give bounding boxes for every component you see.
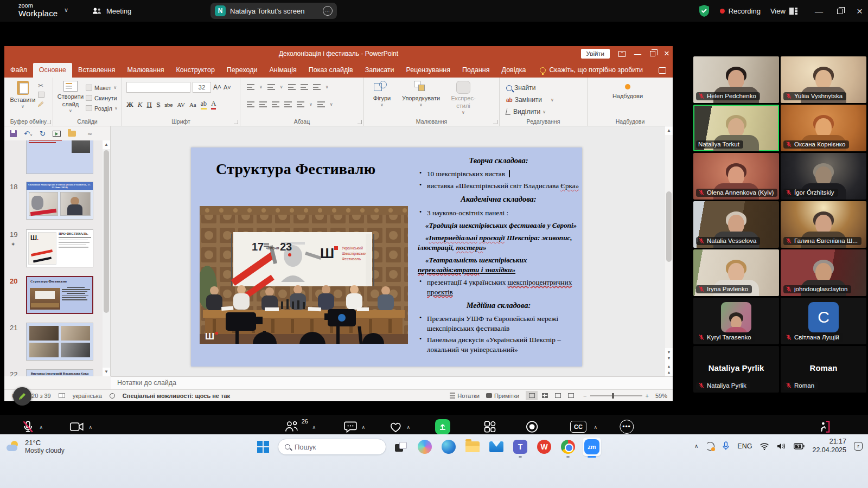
font-name-box[interactable] — [126, 82, 190, 93]
dialog-launcher-icon[interactable] — [358, 120, 362, 124]
tell-me-assistant[interactable]: Скажіть, що потрібно зробити — [540, 66, 643, 78]
reset-button[interactable]: Скинути — [86, 93, 118, 103]
language-switcher[interactable]: ENG — [737, 442, 752, 450]
volume-icon[interactable] — [777, 442, 786, 450]
participant-tile[interactable]: Nataliya PyrlikNataliya Pyrlik — [693, 346, 779, 393]
justify-button[interactable] — [284, 101, 292, 107]
press-conference-photo[interactable]: 17 ЧЕРВНЯ 23 Ш Український Шекспірівськи… — [200, 206, 408, 344]
accessibility-status[interactable]: Спеціальні можливості: щось не так — [123, 393, 230, 399]
zoom-app-button[interactable]: zm — [583, 438, 601, 456]
minimize-button[interactable]: — — [815, 7, 823, 15]
normal-view-button[interactable] — [526, 391, 538, 400]
save-icon[interactable] — [10, 130, 17, 137]
file-explorer-button[interactable] — [463, 438, 482, 456]
participant-tile[interactable]: Helen Pedchenko — [693, 56, 779, 103]
slideshow-button[interactable] — [565, 391, 577, 400]
security-shield-icon[interactable] — [698, 4, 710, 17]
hidden-icons-chevron[interactable]: ∧ — [694, 443, 698, 449]
copilot-button[interactable] — [416, 438, 434, 456]
customize-qat-icon[interactable]: ≂ — [87, 130, 92, 137]
line-spacing-button[interactable] — [313, 84, 321, 90]
character-spacing-button[interactable]: AV — [177, 101, 184, 108]
clipboard-small-buttons[interactable]: ✂🖉 — [38, 82, 44, 107]
participant-tile[interactable]: Yuliia Vyshnytska — [781, 56, 866, 103]
text-direction-button[interactable] — [317, 101, 325, 107]
participant-tile[interactable]: RomanRoman — [781, 346, 866, 393]
participant-tile[interactable]: CСвітлана Лущій — [781, 298, 866, 344]
align-left-button[interactable] — [247, 101, 254, 107]
open-folder-icon[interactable] — [68, 131, 76, 137]
ppt-tab-1[interactable]: Основне — [33, 63, 72, 78]
strikethrough-button[interactable]: abe — [164, 101, 173, 108]
task-view-button[interactable] — [392, 438, 410, 456]
wifi-icon[interactable] — [760, 442, 769, 450]
indent-increase-button[interactable] — [301, 84, 308, 90]
undo-icon[interactable]: ↶∨ — [24, 130, 33, 138]
align-right-button[interactable] — [272, 101, 279, 107]
ppt-tab-8[interactable]: Записати — [359, 63, 400, 78]
thumbnail-slide-21[interactable]: 21 — [4, 323, 103, 366]
annotation-pencil-button[interactable] — [13, 387, 31, 406]
bullets-button[interactable] — [247, 84, 254, 90]
thumbnail-scrollbar[interactable]: ▲ ▼ — [103, 140, 110, 376]
thumbnail-slide-19[interactable]: 19 ✶ Ш. ПРО ФЕСТИВАЛЬ. — [4, 229, 103, 273]
ppt-tab-3[interactable]: Малювання — [121, 63, 170, 78]
notification-bell-icon[interactable]: z — [854, 442, 863, 451]
mail-button[interactable] — [487, 438, 506, 456]
start-button[interactable] — [254, 438, 272, 456]
thumbnail-slide-22[interactable]: 22 Виставка ілюстрацій Владислава Єрка — [4, 369, 103, 376]
teams-button[interactable]: T — [511, 438, 529, 456]
ppt-minimize-button[interactable]: — — [634, 50, 641, 58]
edge-button[interactable] — [439, 438, 458, 456]
align-center-button[interactable] — [259, 101, 267, 107]
chrome-button[interactable] — [559, 438, 577, 456]
layout-button[interactable]: Макет∨ — [86, 82, 118, 93]
tab-meeting[interactable]: Meeting — [87, 3, 137, 18]
sign-in-button[interactable]: Увійти — [581, 49, 610, 59]
scroll-up-icon[interactable]: ▲ — [103, 140, 110, 149]
dialog-launcher-icon[interactable] — [493, 120, 497, 124]
ppt-tab-0[interactable]: Файл — [4, 63, 33, 78]
wps-button[interactable]: W — [535, 438, 553, 456]
ribbon-display-options-icon[interactable]: ⌃ — [618, 51, 626, 57]
ppt-tab-10[interactable]: Подання — [456, 63, 495, 78]
highlight-button[interactable]: ab — [201, 100, 207, 110]
thumbnail-slide-18[interactable]: 18 Ukrainian Shakespeare Festival (Ivano… — [4, 182, 103, 225]
battery-icon[interactable] — [794, 443, 805, 450]
notes-pane[interactable]: Нотатки до слайда — [111, 376, 673, 389]
slide-editor-area[interactable]: Структура Фестивалю — [111, 126, 665, 376]
slide-title[interactable]: Структура Фестивалю — [216, 160, 376, 178]
select-button[interactable]: Виділити∨ — [506, 106, 554, 118]
paste-button[interactable]: Вставити∨ — [9, 81, 37, 110]
participant-tile[interactable]: Nataliya Torkut — [693, 105, 779, 151]
mic-tray-icon[interactable] — [722, 441, 730, 451]
ppt-tab-11[interactable]: Довідка — [496, 63, 532, 78]
find-button[interactable]: Знайти — [506, 82, 554, 94]
numbering-button[interactable] — [267, 84, 275, 90]
participant-tile[interactable]: Ígor Órzhitskiy — [781, 153, 866, 200]
editor-scrollbar[interactable]: ▲ ▲▲ ▼▼ — [665, 126, 673, 376]
clock[interactable]: 21:17 22.04.2025 — [812, 438, 846, 454]
new-slide-button[interactable]: Створити слайд∨ — [56, 81, 85, 114]
participant-tile[interactable]: Olena Annenkova (Kyiv) — [693, 153, 779, 200]
recording-indicator[interactable]: Recording — [720, 7, 761, 15]
shrink-font-button[interactable]: A˅ — [224, 84, 231, 91]
scroll-up-icon[interactable]: ▲ — [665, 126, 673, 135]
shapes-button[interactable]: Фігури∨ — [369, 81, 394, 108]
chevron-down-icon[interactable]: ∨ — [64, 7, 68, 14]
section-button[interactable]: Розділ∨ — [86, 103, 118, 113]
grow-font-button[interactable]: A˄ — [213, 84, 221, 91]
participant-tile[interactable]: johndouglasclayton — [781, 249, 866, 296]
dialog-launcher-icon[interactable] — [234, 120, 238, 124]
italic-button[interactable]: К — [138, 100, 143, 109]
font-color-button[interactable]: А — [211, 99, 216, 110]
ppt-tab-7[interactable]: Показ слайдів — [303, 63, 359, 78]
arrange-button[interactable]: Упорядкувати∨ — [398, 81, 444, 108]
underline-button[interactable]: П — [147, 100, 152, 109]
next-slide-button[interactable]: ▼▼ — [665, 348, 673, 362]
ppt-tab-6[interactable]: Анімація — [264, 63, 303, 78]
close-button[interactable]: × — [857, 6, 863, 16]
taskbar-search[interactable]: Пошук — [278, 439, 386, 455]
previous-slide-button[interactable]: ▲▲ — [665, 362, 673, 376]
reading-view-button[interactable] — [552, 391, 564, 400]
